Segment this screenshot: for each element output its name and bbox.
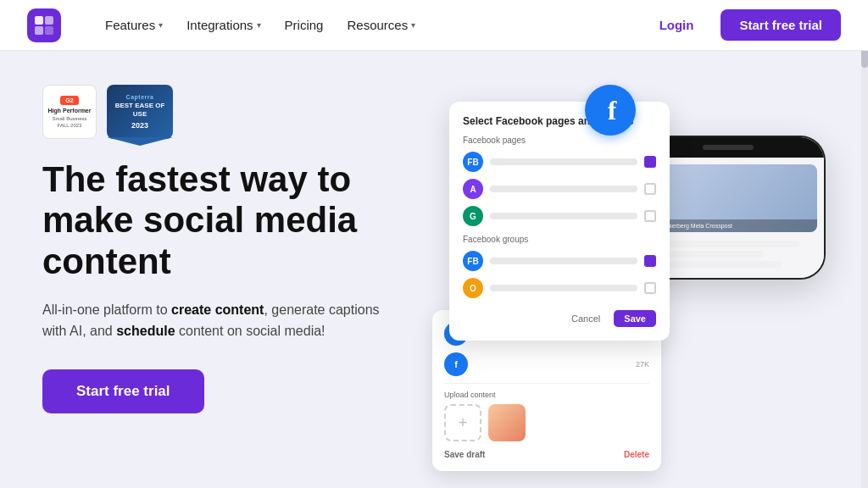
fb-pages-label: Facebook pages — [463, 136, 656, 145]
delete-button[interactable]: Delete — [624, 450, 649, 459]
divider — [444, 383, 649, 384]
navbar: Features ▾ Integrations ▾ Pricing Resour… — [0, 0, 868, 51]
nav-resources[interactable]: Resources ▾ — [337, 11, 426, 39]
capterra-logo: Capterra — [126, 94, 154, 100]
fb-group-bar-2 — [490, 285, 637, 291]
fb-page-avatar-1: FB — [463, 152, 483, 172]
badges-row: G2 High Performer Small Business FALL 20… — [42, 85, 398, 139]
g2-performer: High Performer — [48, 108, 92, 114]
fb-page-check-2[interactable] — [644, 183, 656, 195]
login-button[interactable]: Login — [646, 11, 708, 39]
hero-trial-button[interactable]: Start free trial — [42, 369, 204, 413]
fb-group-bar-1 — [490, 258, 637, 264]
fb-page-check-1[interactable] — [644, 156, 656, 168]
fb-group-avatar-2: O — [463, 278, 483, 298]
nav-pricing[interactable]: Pricing — [275, 11, 334, 39]
fb-page-bar-1 — [490, 158, 637, 165]
chevron-down-icon: ▾ — [257, 20, 261, 30]
hero-section: G2 High Performer Small Business FALL 20… — [42, 85, 398, 488]
feed-item-2: f 27K — [444, 352, 649, 376]
chevron-down-icon: ▾ — [411, 20, 415, 30]
fb-page-row-1: FB — [463, 152, 656, 172]
fb-page-check-3[interactable] — [644, 210, 656, 222]
fb-group-avatar-1: FB — [463, 251, 483, 271]
scrollbar[interactable] — [861, 0, 868, 488]
feed-count-2: 27K — [636, 360, 649, 369]
fb-page-row-2: A — [463, 179, 656, 199]
g2-label: G2 — [60, 96, 78, 105]
chevron-down-icon: ▾ — [159, 20, 163, 30]
nav-actions: Login Start free trial — [646, 9, 841, 41]
capterra-badge: Capterra BEST EASE OF USE 2023 — [107, 85, 173, 139]
image-thumbnail — [488, 404, 526, 441]
modal-save-button[interactable]: Save — [614, 310, 656, 327]
logo[interactable] — [27, 8, 61, 42]
fb-page-avatar-2: A — [463, 179, 483, 199]
g2-category: Small Business — [52, 116, 86, 121]
nav-integrations[interactable]: Integrations ▾ — [176, 11, 270, 39]
modal-cancel-button[interactable]: Cancel — [565, 310, 607, 327]
fb-group-row-2: O — [463, 278, 656, 298]
facebook-pages-modal: Select Facebook pages and groups Faceboo… — [449, 102, 670, 341]
modal-footer: Cancel Save — [463, 310, 656, 327]
feed-icon-2: f — [444, 352, 468, 376]
fb-page-row-3: G — [463, 206, 656, 226]
fb-page-bar-2 — [490, 186, 637, 192]
phone-notch-bar — [703, 145, 754, 150]
upload-dropzone[interactable]: + — [444, 404, 481, 441]
capterra-year: 2023 — [131, 121, 148, 130]
main-content: G2 High Performer Small Business FALL 20… — [0, 51, 868, 488]
fb-page-avatar-3: G — [463, 206, 483, 226]
svg-rect-3 — [45, 26, 53, 35]
logo-icon — [27, 8, 61, 42]
fb-page-bar-3 — [490, 213, 637, 219]
hero-mockups: f Select Facebook pages and groups Faceb… — [415, 85, 826, 488]
facebook-icon: f — [585, 85, 636, 136]
capterra-award: BEST EASE OF USE — [112, 102, 168, 118]
fb-group-row-1: FB — [463, 251, 656, 271]
nav-features[interactable]: Features ▾ — [95, 11, 173, 39]
nav-trial-button[interactable]: Start free trial — [721, 9, 841, 41]
fb-groups-label: Facebook groups — [463, 235, 656, 244]
svg-rect-1 — [45, 16, 53, 25]
g2-season: FALL 2023 — [58, 123, 82, 128]
nav-links: Features ▾ Integrations ▾ Pricing Resour… — [95, 11, 646, 39]
scheduler-footer: Save draft Delete — [444, 450, 649, 459]
save-draft-button[interactable]: Save draft — [444, 450, 485, 459]
g2-badge: G2 High Performer Small Business FALL 20… — [42, 85, 97, 139]
svg-rect-0 — [35, 16, 43, 25]
svg-rect-2 — [35, 26, 43, 35]
fb-group-check-2[interactable] — [644, 282, 656, 294]
hero-subtitle: All-in-one platform to create content, g… — [42, 299, 398, 342]
fb-group-check-1[interactable] — [644, 255, 656, 267]
upload-label: Upload content — [444, 391, 649, 399]
upload-row: + — [444, 404, 649, 441]
hero-title: The fastest way to make social media con… — [42, 159, 398, 282]
